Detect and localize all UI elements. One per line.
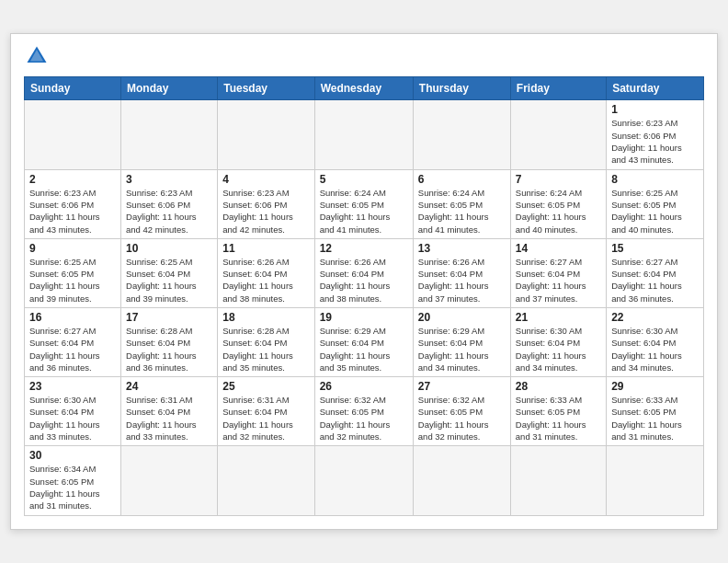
day-info: Sunrise: 6:32 AM Sunset: 6:05 PM Dayligh… (320, 394, 408, 442)
day-number: 17 (126, 311, 212, 324)
day-cell (607, 446, 704, 515)
day-cell: 18Sunrise: 6:28 AM Sunset: 6:04 PM Dayli… (218, 308, 314, 377)
header-day-monday: Monday (121, 77, 218, 100)
day-cell: 30Sunrise: 6:34 AM Sunset: 6:05 PM Dayli… (25, 446, 121, 515)
day-info: Sunrise: 6:24 AM Sunset: 6:05 PM Dayligh… (516, 187, 601, 236)
day-number: 6 (418, 173, 506, 186)
day-cell: 21Sunrise: 6:30 AM Sunset: 6:04 PM Dayli… (510, 308, 606, 377)
day-info: Sunrise: 6:27 AM Sunset: 6:04 PM Dayligh… (516, 256, 601, 304)
day-info: Sunrise: 6:32 AM Sunset: 6:05 PM Dayligh… (418, 394, 506, 442)
day-cell: 12Sunrise: 6:26 AM Sunset: 6:04 PM Dayli… (314, 238, 413, 307)
day-info: Sunrise: 6:23 AM Sunset: 6:06 PM Dayligh… (126, 187, 212, 236)
day-cell (218, 100, 314, 169)
day-info: Sunrise: 6:30 AM Sunset: 6:04 PM Dayligh… (29, 394, 116, 442)
day-number: 11 (222, 242, 309, 255)
day-cell: 29Sunrise: 6:33 AM Sunset: 6:05 PM Dayli… (607, 377, 704, 446)
day-number: 9 (29, 242, 116, 255)
day-info: Sunrise: 6:30 AM Sunset: 6:04 PM Dayligh… (516, 325, 601, 373)
day-info: Sunrise: 6:23 AM Sunset: 6:06 PM Dayligh… (29, 187, 116, 236)
logo-icon (24, 43, 50, 69)
day-cell (121, 100, 218, 169)
day-info: Sunrise: 6:29 AM Sunset: 6:04 PM Dayligh… (418, 325, 506, 373)
day-number: 18 (222, 311, 309, 324)
day-info: Sunrise: 6:33 AM Sunset: 6:05 PM Dayligh… (611, 394, 699, 442)
day-info: Sunrise: 6:29 AM Sunset: 6:04 PM Dayligh… (320, 325, 408, 373)
day-cell: 28Sunrise: 6:33 AM Sunset: 6:05 PM Dayli… (510, 377, 606, 446)
day-number: 2 (29, 173, 116, 186)
header-day-tuesday: Tuesday (218, 77, 314, 100)
day-info: Sunrise: 6:23 AM Sunset: 6:06 PM Dayligh… (611, 117, 699, 166)
day-number: 5 (320, 173, 408, 186)
day-number: 16 (29, 311, 116, 324)
day-number: 14 (516, 242, 601, 255)
day-cell (314, 100, 413, 169)
day-cell: 11Sunrise: 6:26 AM Sunset: 6:04 PM Dayli… (218, 238, 314, 307)
day-cell: 24Sunrise: 6:31 AM Sunset: 6:04 PM Dayli… (121, 377, 218, 446)
day-info: Sunrise: 6:24 AM Sunset: 6:05 PM Dayligh… (418, 187, 506, 236)
header-day-sunday: Sunday (25, 77, 121, 100)
day-number: 21 (516, 311, 601, 324)
day-cell (25, 100, 121, 169)
calendar-container: SundayMondayTuesdayWednesdayThursdayFrid… (10, 33, 718, 529)
day-info: Sunrise: 6:31 AM Sunset: 6:04 PM Dayligh… (222, 394, 309, 442)
day-cell: 27Sunrise: 6:32 AM Sunset: 6:05 PM Dayli… (413, 377, 510, 446)
day-info: Sunrise: 6:26 AM Sunset: 6:04 PM Dayligh… (320, 256, 408, 304)
day-number: 10 (126, 242, 212, 255)
day-cell: 22Sunrise: 6:30 AM Sunset: 6:04 PM Dayli… (607, 308, 704, 377)
day-cell: 8Sunrise: 6:25 AM Sunset: 6:05 PM Daylig… (607, 169, 704, 238)
day-info: Sunrise: 6:31 AM Sunset: 6:04 PM Dayligh… (126, 394, 212, 442)
header-day-thursday: Thursday (413, 77, 510, 100)
day-cell: 7Sunrise: 6:24 AM Sunset: 6:05 PM Daylig… (510, 169, 606, 238)
week-row-4: 16Sunrise: 6:27 AM Sunset: 6:04 PM Dayli… (25, 308, 704, 377)
day-info: Sunrise: 6:25 AM Sunset: 6:05 PM Dayligh… (29, 256, 116, 304)
day-cell: 5Sunrise: 6:24 AM Sunset: 6:05 PM Daylig… (314, 169, 413, 238)
day-cell: 17Sunrise: 6:28 AM Sunset: 6:04 PM Dayli… (121, 308, 218, 377)
day-number: 7 (516, 173, 601, 186)
day-cell: 20Sunrise: 6:29 AM Sunset: 6:04 PM Dayli… (413, 308, 510, 377)
day-number: 24 (126, 380, 212, 393)
day-cell: 16Sunrise: 6:27 AM Sunset: 6:04 PM Dayli… (25, 308, 121, 377)
day-info: Sunrise: 6:26 AM Sunset: 6:04 PM Dayligh… (418, 256, 506, 304)
day-number: 20 (418, 311, 506, 324)
day-cell: 2Sunrise: 6:23 AM Sunset: 6:06 PM Daylig… (25, 169, 121, 238)
header-day-saturday: Saturday (607, 77, 704, 100)
day-cell: 6Sunrise: 6:24 AM Sunset: 6:05 PM Daylig… (413, 169, 510, 238)
day-cell: 25Sunrise: 6:31 AM Sunset: 6:04 PM Dayli… (218, 377, 314, 446)
day-info: Sunrise: 6:25 AM Sunset: 6:04 PM Dayligh… (126, 256, 212, 304)
header (24, 43, 704, 69)
logo (24, 43, 53, 69)
day-info: Sunrise: 6:27 AM Sunset: 6:04 PM Dayligh… (29, 325, 116, 373)
day-info: Sunrise: 6:30 AM Sunset: 6:04 PM Dayligh… (611, 325, 699, 373)
day-info: Sunrise: 6:24 AM Sunset: 6:05 PM Dayligh… (320, 187, 408, 236)
day-cell (314, 446, 413, 515)
day-info: Sunrise: 6:34 AM Sunset: 6:05 PM Dayligh… (29, 463, 116, 511)
header-day-wednesday: Wednesday (314, 77, 413, 100)
day-cell: 4Sunrise: 6:23 AM Sunset: 6:06 PM Daylig… (218, 169, 314, 238)
day-cell (218, 446, 314, 515)
day-number: 25 (222, 380, 309, 393)
day-cell: 14Sunrise: 6:27 AM Sunset: 6:04 PM Dayli… (510, 238, 606, 307)
day-number: 15 (611, 242, 699, 255)
header-row: SundayMondayTuesdayWednesdayThursdayFrid… (25, 77, 704, 100)
day-number: 13 (418, 242, 506, 255)
day-number: 29 (611, 380, 699, 393)
day-number: 19 (320, 311, 408, 324)
day-cell: 3Sunrise: 6:23 AM Sunset: 6:06 PM Daylig… (121, 169, 218, 238)
day-number: 1 (611, 103, 699, 116)
day-cell: 9Sunrise: 6:25 AM Sunset: 6:05 PM Daylig… (25, 238, 121, 307)
day-info: Sunrise: 6:23 AM Sunset: 6:06 PM Dayligh… (222, 187, 309, 236)
day-info: Sunrise: 6:26 AM Sunset: 6:04 PM Dayligh… (222, 256, 309, 304)
day-number: 3 (126, 173, 212, 186)
day-cell: 19Sunrise: 6:29 AM Sunset: 6:04 PM Dayli… (314, 308, 413, 377)
day-number: 8 (611, 173, 699, 186)
week-row-6: 30Sunrise: 6:34 AM Sunset: 6:05 PM Dayli… (25, 446, 704, 515)
day-cell: 15Sunrise: 6:27 AM Sunset: 6:04 PM Dayli… (607, 238, 704, 307)
day-cell (413, 100, 510, 169)
header-day-friday: Friday (510, 77, 606, 100)
week-row-1: 1Sunrise: 6:23 AM Sunset: 6:06 PM Daylig… (25, 100, 704, 169)
day-info: Sunrise: 6:33 AM Sunset: 6:05 PM Dayligh… (516, 394, 601, 442)
day-number: 23 (29, 380, 116, 393)
day-number: 27 (418, 380, 506, 393)
day-cell: 1Sunrise: 6:23 AM Sunset: 6:06 PM Daylig… (607, 100, 704, 169)
day-info: Sunrise: 6:28 AM Sunset: 6:04 PM Dayligh… (126, 325, 212, 373)
